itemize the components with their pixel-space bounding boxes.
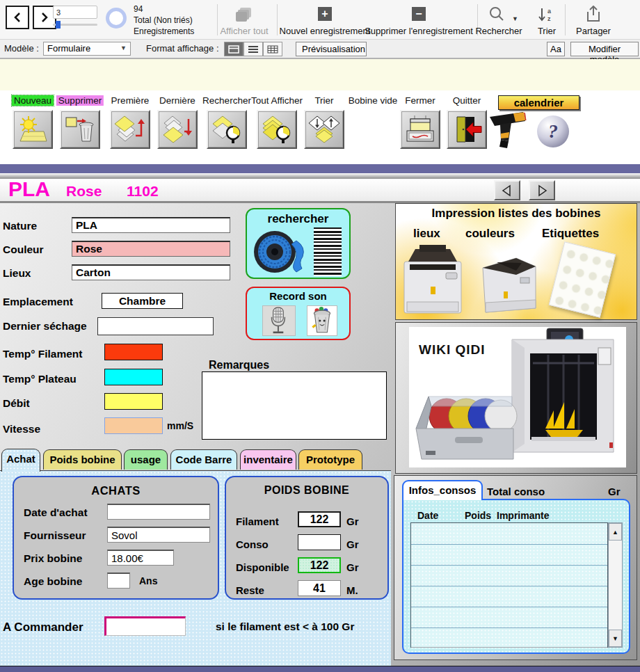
vitesse-label: Vitesse: [3, 423, 40, 435]
table-view-button[interactable]: [263, 42, 282, 56]
share-button[interactable]: Partager: [576, 26, 611, 36]
layout-select[interactable]: Formulaire ▼: [43, 42, 131, 56]
vitesse-field[interactable]: [104, 417, 163, 434]
prix-bobine-field[interactable]: [107, 550, 174, 566]
tab-code-barre[interactable]: Code Barre: [170, 449, 237, 470]
scroll-up-arrow-icon[interactable]: ▲: [609, 523, 622, 541]
etiquettes-sheet-button[interactable]: [549, 241, 616, 318]
vitesse-unit-label: mm/S: [167, 420, 193, 431]
date-achat-label: Date d'achat: [24, 506, 88, 519]
nature-field[interactable]: [72, 217, 230, 233]
svg-text:a: a: [547, 8, 552, 15]
new-record-layout-button[interactable]: [13, 110, 53, 149]
help-button[interactable]: ?: [537, 115, 569, 147]
close-file-button[interactable]: [400, 110, 440, 149]
show-all-button[interactable]: Afficher tout: [220, 26, 268, 36]
toolbar-divider: [565, 4, 566, 35]
fournisseur-field[interactable]: [107, 527, 210, 543]
conso-field[interactable]: [298, 534, 341, 550]
print-lists-panel: Impression listes des bobines lieux coul…: [395, 203, 637, 320]
show-all-records-button[interactable]: [257, 110, 297, 149]
conso-table-row: [411, 586, 607, 607]
conso-label: Conso: [236, 538, 269, 550]
rechercher-spool-button[interactable]: rechercher: [246, 208, 351, 279]
calendar-button[interactable]: calendrier: [498, 95, 579, 110]
filament-field[interactable]: [298, 511, 341, 527]
disponible-field[interactable]: [298, 557, 341, 573]
printer-couleurs-button[interactable]: [476, 244, 540, 318]
toolbar-divider: [217, 4, 218, 35]
list-view-button[interactable]: [243, 42, 263, 56]
new-record-button[interactable]: Nouvel enregistrement: [280, 26, 371, 36]
title-band: Inventaire Bobines N° 3: [0, 59, 640, 90]
first-record-button[interactable]: [110, 110, 150, 149]
scroll-down-arrow-icon[interactable]: ▼: [609, 630, 622, 647]
rechercher-button-label: rechercher: [247, 212, 349, 226]
tab-infos-consos[interactable]: Infos_consos: [402, 480, 483, 500]
previous-record-button[interactable]: [6, 6, 29, 29]
barcode-scanner-image[interactable]: [486, 110, 529, 150]
last-record-button[interactable]: [157, 110, 198, 149]
couleur-field[interactable]: [72, 241, 230, 257]
temp-filament-field[interactable]: [104, 344, 163, 360]
debit-field[interactable]: [104, 393, 163, 410]
previous-spool-button[interactable]: [494, 180, 520, 200]
form-view-button[interactable]: [224, 42, 243, 56]
poids-bobine-panel: POIDS BOBINE Filament Gr Conso Gr Dispon…: [225, 476, 389, 600]
show-all-records-icon: [262, 115, 292, 144]
wiki-qidi-label: WIKI QIDI: [419, 342, 486, 358]
layout-select-value: Formulaire: [47, 43, 90, 54]
printer-lieux-button[interactable]: [401, 242, 464, 319]
commander-field[interactable]: [104, 616, 186, 636]
new-record-icon: [17, 115, 48, 144]
find-record-button[interactable]: [207, 110, 247, 149]
tab-prototype[interactable]: Prototype: [298, 449, 362, 470]
tab-inventaire[interactable]: inventaire: [240, 449, 296, 470]
delete-record-button[interactable]: Supprimer l'enregistrement: [365, 26, 473, 36]
text-formatting-button[interactable]: Aa: [547, 42, 565, 56]
temp-plateau-field[interactable]: [104, 369, 163, 385]
record-number-input[interactable]: [53, 6, 97, 19]
dernier-sechage-field[interactable]: [97, 317, 214, 335]
consos-scrollbar[interactable]: ▲ ▼: [608, 522, 623, 648]
quit-app-button[interactable]: [447, 110, 487, 149]
qidi-printer-photo[interactable]: WIKI QIDI: [409, 327, 626, 467]
next-spool-button[interactable]: [529, 180, 555, 200]
search-dropdown-caret[interactable]: ▼: [512, 15, 518, 22]
find-button[interactable]: Rechercher: [475, 26, 522, 36]
tab-poids-bobine[interactable]: Poids bobine: [43, 449, 122, 470]
age-unit-label: Ans: [139, 575, 157, 586]
sort-records-button[interactable]: [304, 110, 344, 149]
tab-usage[interactable]: usage: [124, 449, 168, 470]
found-set-pie-icon[interactable]: [106, 8, 127, 29]
remarques-field[interactable]: [202, 371, 387, 440]
record-son-button[interactable]: Record son: [246, 287, 351, 340]
display-format-label: Format affichage :: [146, 43, 219, 54]
qidi-panel: WIKI QIDI: [395, 322, 637, 474]
sort-button[interactable]: Trier: [538, 26, 556, 36]
chevron-left-icon: [13, 12, 22, 23]
preview-button[interactable]: Prévisualisation: [296, 42, 367, 56]
triangle-left-icon: [500, 184, 514, 197]
first-button-label: Première: [111, 95, 150, 106]
poids-title: POIDS BOBINE: [226, 484, 387, 497]
emplacement-field[interactable]: [102, 293, 183, 309]
layout-label: Modèle :: [4, 43, 39, 54]
total-conso-unit: Gr: [608, 486, 621, 497]
reste-field[interactable]: [298, 580, 341, 596]
record-slider-thumb[interactable]: [56, 21, 61, 29]
total-conso-label: Total conso: [487, 486, 545, 497]
dernier-sechage-label: Dernier séchage: [3, 320, 87, 333]
nature-label: Nature: [3, 220, 37, 232]
age-bobine-field[interactable]: [107, 573, 130, 589]
barcode-icon: [314, 227, 342, 276]
date-achat-field[interactable]: [107, 504, 210, 520]
delete-record-layout-button[interactable]: [60, 110, 100, 149]
chevron-down-icon: ▼: [120, 45, 127, 51]
triangle-right-icon: [535, 184, 549, 197]
print-panel-title: Impression listes des bobines: [396, 207, 637, 221]
record-son-label: Record son: [247, 290, 349, 302]
lieux-field[interactable]: [72, 264, 230, 280]
edit-layout-button[interactable]: Modifier modèle: [570, 42, 639, 56]
tab-achat[interactable]: Achat: [1, 449, 40, 472]
